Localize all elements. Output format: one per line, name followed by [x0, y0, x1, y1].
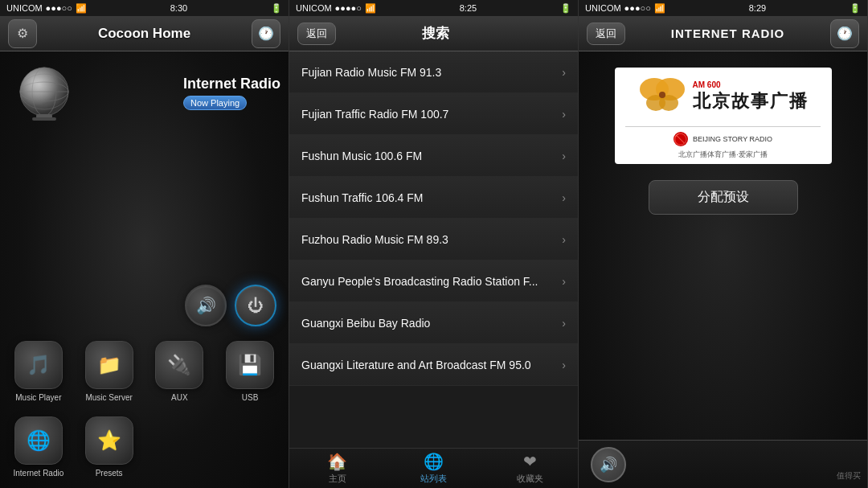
internet-radio-title: INTERNET RADIO — [671, 27, 785, 40]
bottom-tabs: 🏠 主页 🌐 站列表 ❤ 收藏夹 — [289, 448, 578, 488]
hero-section: Internet Radio Now Playing — [0, 51, 289, 281]
app-usb[interactable]: 💾 USB — [215, 334, 285, 408]
radio-item[interactable]: Fushun Music 100.6 FM › — [289, 135, 578, 177]
app-music-player[interactable]: 🎵 Music Player — [4, 334, 73, 408]
radio-list: Fujian Radio Music FM 91.3 › Fujian Traf… — [289, 51, 578, 448]
panel3-content: AM 600 北京故事广播 🚫 BEIJING STORY RADIO 北京广播… — [579, 51, 867, 440]
status-left-3: UNICOM ●●●○○ 📶 — [585, 3, 665, 14]
chevron-icon: › — [562, 108, 566, 121]
assign-preset-button[interactable]: 分配预设 — [649, 180, 798, 215]
station-logo: AM 600 北京故事广播 🚫 BEIJING STORY RADIO 北京广播… — [615, 68, 832, 164]
app-grid: 🎵 Music Player 📁 Music Server 🔌 AUX 💾 US… — [0, 330, 289, 488]
watermark: 值得买 — [837, 470, 861, 482]
station-name: Fujian Radio Music FM 91.3 — [301, 66, 555, 79]
usb-label: USB — [242, 393, 259, 402]
station-name: Fuzhou Radio Music FM 89.3 — [301, 233, 555, 246]
station-name: Guangxi Literature and Art Broadcast FM … — [301, 359, 555, 371]
panel3-header: 返回 INTERNET RADIO 🕐 — [579, 16, 867, 51]
stations-tab-icon: 🌐 — [424, 452, 444, 471]
radio-item[interactable]: Fujian Radio Music FM 91.3 › — [289, 51, 578, 93]
chevron-icon: › — [562, 150, 566, 162]
status-right-1: 🔋 — [271, 3, 282, 14]
power-button[interactable]: ⏻ — [235, 285, 276, 326]
station-name: Fujian Traffic Radio FM 100.7 — [301, 108, 555, 121]
favorites-tab-label: 收藏夹 — [517, 473, 543, 485]
chevron-icon: › — [562, 233, 566, 246]
signal-3: ●●●○○ — [624, 3, 651, 13]
internet-radio-icon: 🌐 — [14, 416, 63, 465]
status-right-3: 🔋 — [850, 3, 861, 14]
panel2-header: 返回 搜索 — [289, 16, 578, 51]
station-name: Fushun Music 100.6 FM — [301, 150, 555, 162]
wifi-icon-1: 📶 — [76, 3, 87, 14]
app-aux[interactable]: 🔌 AUX — [145, 334, 215, 408]
music-player-label: Music Player — [15, 393, 61, 402]
panel1-main: Internet Radio Now Playing 🔊 ⏻ 🎵 Music P… — [0, 51, 289, 488]
music-server-label: Music Server — [85, 393, 132, 402]
station-name: Fushun Traffic 106.4 FM — [301, 191, 555, 204]
presets-icon: ⭐ — [85, 416, 133, 465]
svg-point-12 — [659, 92, 665, 98]
panel3-footer: 🔊 — [579, 440, 867, 488]
time-1: 8:30 — [170, 3, 187, 13]
globe-icon — [12, 64, 76, 131]
radio-item[interactable]: Fujian Traffic Radio FM 100.7 › — [289, 93, 578, 135]
chevron-icon: › — [562, 317, 566, 330]
chevron-icon: › — [562, 359, 566, 371]
signal-2: ●●●●○ — [335, 3, 362, 13]
app-music-server[interactable]: 📁 Music Server — [75, 334, 144, 408]
app-presets[interactable]: ⭐ Presets — [75, 410, 144, 484]
home-title: Cocoon Home — [98, 26, 190, 42]
aux-icon: 🔌 — [155, 341, 203, 389]
svg-point-5 — [20, 68, 68, 116]
panel-home: UNICOM ●●●○○ 📶 8:30 🔋 ⚙ Cocoon Home 🕐 — [0, 0, 289, 488]
status-right-2: 🔋 — [560, 3, 571, 14]
battery-icon-1: 🔋 — [271, 3, 282, 14]
station-name-display: 北京故事广播 — [693, 89, 809, 113]
wifi-icon-3: 📶 — [654, 3, 665, 14]
volume-button-3[interactable]: 🔊 — [591, 447, 626, 482]
chevron-icon: › — [562, 66, 566, 79]
time-3: 8:29 — [749, 3, 766, 13]
clock-button-3[interactable]: 🕐 — [830, 19, 859, 48]
music-player-icon: 🎵 — [14, 341, 63, 389]
tab-favorites[interactable]: ❤ 收藏夹 — [481, 449, 578, 488]
clock-button[interactable]: 🕐 — [252, 19, 280, 48]
status-bar-2: UNICOM ●●●●○ 📶 8:25 🔋 — [289, 0, 578, 16]
station-name: Ganyu People's Broadcasting Radio Statio… — [301, 275, 555, 288]
search-title: 搜索 — [422, 24, 449, 43]
signal-1: ●●●○○ — [46, 3, 72, 13]
status-bar-1: UNICOM ●●●○○ 📶 8:30 🔋 — [0, 0, 289, 16]
carrier-2: UNICOM — [296, 3, 332, 13]
home-tab-icon: 🏠 — [327, 452, 347, 471]
station-name: Guangxi Beibu Bay Radio — [301, 317, 555, 330]
radio-item[interactable]: Fushun Traffic 106.4 FM › — [289, 177, 578, 219]
panel-search: UNICOM ●●●●○ 📶 8:25 🔋 返回 搜索 Fujian Radio… — [289, 0, 579, 488]
radio-item[interactable]: Fuzhou Radio Music FM 89.3 › — [289, 219, 578, 260]
home-tab-label: 主页 — [329, 473, 346, 485]
carrier-1: UNICOM — [6, 3, 43, 13]
radio-item[interactable]: Guangxi Beibu Bay Radio › — [289, 302, 578, 344]
back-button-2[interactable]: 返回 — [297, 23, 336, 45]
panel1-header: ⚙ Cocoon Home 🕐 — [0, 16, 289, 51]
presets-label: Presets — [96, 469, 123, 478]
panel-internet-radio: UNICOM ●●●○○ 📶 8:29 🔋 返回 INTERNET RADIO … — [579, 0, 868, 488]
control-row: 🔊 ⏻ — [0, 281, 289, 330]
carrier-3: UNICOM — [585, 3, 621, 13]
battery-icon-3: 🔋 — [850, 3, 861, 14]
music-server-icon: 📁 — [85, 341, 133, 389]
tab-home[interactable]: 🏠 主页 — [289, 449, 386, 488]
app-internet-radio[interactable]: 🌐 Internet Radio — [4, 410, 73, 484]
tab-stations[interactable]: 🌐 站列表 — [386, 449, 482, 488]
station-desc: 北京广播体育广播·爱家广播 — [678, 150, 768, 163]
favorites-tab-icon: ❤ — [523, 452, 537, 471]
chevron-icon: › — [562, 275, 566, 288]
radio-item[interactable]: Ganyu People's Broadcasting Radio Statio… — [289, 260, 578, 302]
radio-item[interactable]: Guangxi Literature and Art Broadcast FM … — [289, 344, 578, 386]
status-bar-3: UNICOM ●●●○○ 📶 8:29 🔋 — [579, 0, 867, 16]
back-button-3[interactable]: 返回 — [587, 23, 625, 45]
internet-radio-label: Internet Radio — [13, 469, 63, 478]
status-left-1: UNICOM ●●●○○ 📶 — [6, 3, 87, 14]
volume-button[interactable]: 🔊 — [185, 285, 227, 326]
settings-button[interactable]: ⚙ — [8, 19, 37, 48]
